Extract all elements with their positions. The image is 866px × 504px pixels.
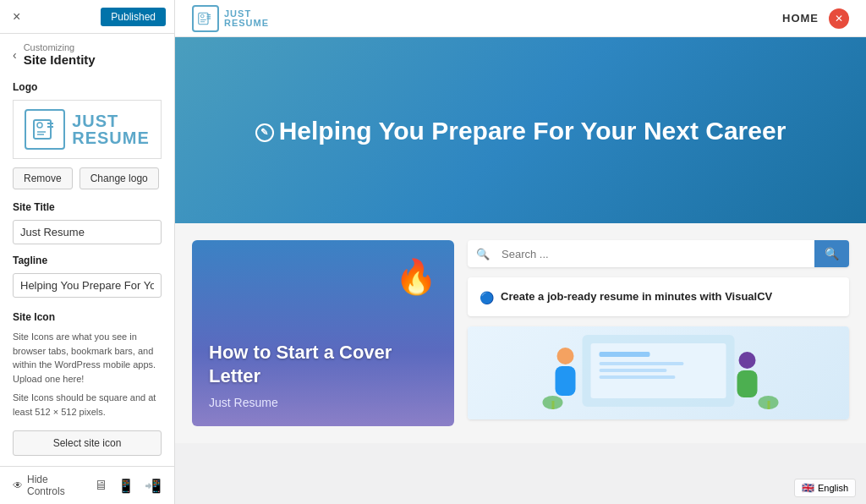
device-icons: 🖥 📱 📲 — [94, 478, 162, 494]
logo-image: JUST RESUME — [25, 109, 150, 150]
remove-logo-button[interactable]: Remove — [13, 167, 73, 189]
svg-rect-18 — [600, 375, 676, 379]
change-logo-button[interactable]: Change logo — [79, 167, 159, 189]
desktop-icon[interactable]: 🖥 — [94, 478, 107, 493]
back-arrow-icon: ‹ — [13, 48, 17, 62]
svg-rect-25 — [552, 401, 555, 409]
logo-text: JUST RESUME — [72, 112, 150, 146]
svg-point-1 — [37, 123, 42, 128]
panel-header: × Published — [0, 0, 174, 34]
svg-rect-22 — [737, 370, 758, 397]
site-icon-section: Site Icon Site Icons are what you see in… — [13, 311, 162, 456]
logo-icon — [25, 109, 65, 150]
blog-card: 🔥 How to Start a Cover Letter Just Resum… — [192, 240, 454, 426]
svg-rect-20 — [556, 366, 576, 396]
visualcv-icon: 🔵 — [480, 291, 494, 304]
blog-card-title: How to Start a Cover Letter — [209, 341, 437, 389]
section-title: Site Identity — [24, 52, 96, 67]
blog-card-subtitle: Just Resume — [209, 396, 278, 409]
nav-circle-button[interactable]: ✕ — [829, 8, 849, 29]
subheader-text: Customizing Site Identity — [24, 42, 96, 67]
hero-title: ✎Helping You Prepare For Your Next Caree… — [255, 114, 787, 147]
language-label: English — [818, 483, 848, 493]
nav-logo: JUST RESUME — [192, 5, 269, 32]
site-icon-label: Site Icon — [13, 311, 162, 323]
panel-body: Logo JUST RESUME — [0, 71, 174, 466]
hero-section: ✎Helping You Prepare For Your Next Caree… — [175, 37, 866, 223]
published-button[interactable]: Published — [101, 8, 166, 26]
site-icon-desc1: Site Icons are what you see in browser t… — [13, 330, 162, 386]
hide-controls-button[interactable]: 👁 Hide Controls — [13, 474, 84, 497]
content-row: 🔥 How to Start a Cover Letter Just Resum… — [175, 223, 866, 443]
tagline-label: Tagline — [13, 255, 162, 266]
tablet-icon[interactable]: 📱 — [118, 478, 134, 494]
nav-logo-texts: JUST RESUME — [224, 9, 269, 28]
customizing-label: Customizing — [24, 42, 96, 52]
flag-icon: 🇬🇧 — [802, 482, 814, 494]
select-site-icon-button[interactable]: Select site icon — [13, 430, 162, 456]
logo-buttons: Remove Change logo — [13, 167, 162, 189]
illustration-widget — [468, 326, 849, 419]
logo-resume-text: RESUME — [72, 129, 150, 146]
nav-logo-icon — [192, 5, 219, 32]
sidebar-widgets: 🔍 🔍 🔵 Create a job-ready resume in minut… — [468, 240, 849, 426]
close-button[interactable]: × — [8, 8, 25, 26]
hide-controls-label: Hide Controls — [27, 474, 84, 497]
search-widget: 🔍 🔍 — [468, 240, 849, 267]
svg-rect-16 — [600, 362, 684, 365]
hero-edit-icon[interactable]: ✎ — [255, 123, 274, 142]
customizer-panel: × Published ‹ Customizing Site Identity … — [0, 0, 175, 504]
search-left-icon: 🔍 — [468, 240, 498, 267]
language-badge: 🇬🇧 English — [794, 479, 856, 497]
fire-emoji-icon: 🔥 — [395, 257, 437, 297]
preview-area: JUST RESUME HOME ✕ ✎Helping You Prepare … — [175, 0, 866, 504]
svg-point-19 — [557, 348, 574, 364]
preview-nav: JUST RESUME HOME ✕ — [175, 0, 866, 37]
site-title-label: Site Title — [13, 201, 162, 213]
svg-rect-17 — [600, 369, 667, 372]
eye-icon: 👁 — [13, 479, 23, 491]
illustration-inner — [468, 326, 849, 419]
mobile-icon[interactable]: 📲 — [145, 478, 162, 494]
visualcv-text: Create a job-ready resume in minutes wit… — [501, 289, 772, 304]
nav-home-link[interactable]: HOME — [782, 12, 819, 25]
logo-label: Logo — [13, 81, 162, 93]
search-input[interactable] — [498, 240, 814, 267]
panel-subheader[interactable]: ‹ Customizing Site Identity — [0, 34, 174, 71]
svg-point-21 — [739, 352, 756, 369]
nav-logo-just: JUST — [224, 9, 269, 19]
tagline-input[interactable] — [13, 273, 162, 298]
visualcv-widget: 🔵 Create a job-ready resume in minutes w… — [468, 277, 849, 316]
logo-just-text: JUST — [72, 112, 150, 129]
svg-rect-15 — [600, 352, 650, 357]
logo-preview: JUST RESUME — [13, 100, 162, 159]
panel-footer: 👁 Hide Controls 🖥 📱 📲 — [0, 466, 174, 504]
site-title-input[interactable] — [13, 220, 162, 244]
nav-logo-resume: RESUME — [224, 19, 269, 28]
site-icon-desc2: Site Icons should be square and at least… — [13, 391, 162, 419]
preview-content: ✎Helping You Prepare For Your Next Caree… — [175, 37, 866, 504]
svg-rect-26 — [768, 401, 770, 409]
svg-point-7 — [200, 14, 204, 18]
search-button[interactable]: 🔍 — [814, 240, 849, 267]
